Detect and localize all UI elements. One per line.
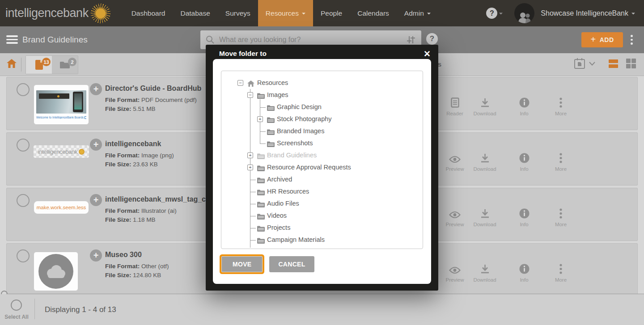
tree-node-campaign-materials[interactable]: Campaign Materials — [221, 234, 423, 246]
row-actions: PreviewDownloadInfoMore — [436, 208, 588, 235]
topnav-item-resources[interactable]: Resources — [258, 0, 313, 26]
topnav-item-people[interactable]: People — [313, 0, 350, 26]
expand-toggle-icon[interactable]: + — [247, 165, 253, 170]
file-size: File Size: 23.63 KB — [105, 160, 174, 169]
action-label: Info — [505, 111, 543, 116]
page-help-icon[interactable]: ? — [426, 33, 438, 45]
calendar-filter-button[interactable] — [574, 58, 585, 69]
tree-node-label: Branded Images — [277, 127, 324, 135]
topnav-item-surveys[interactable]: Surveys — [218, 0, 258, 26]
folder-tree: −Resources−ImagesGraphic Design+Stock Ph… — [221, 71, 423, 249]
tree-node-branded-images[interactable]: Branded Images — [221, 126, 423, 138]
tree-node-videos[interactable]: Videos — [221, 210, 423, 222]
tree-node-resource-approval-requests[interactable]: +Resource Approval Requests — [221, 162, 423, 174]
info-icon — [505, 263, 543, 274]
file-details: intelligencebank_mwsl_tag_cmykFile Forma… — [105, 195, 220, 224]
tree-node-stock-photography[interactable]: +Stock Photography — [221, 114, 423, 126]
more-action-button[interactable]: More — [542, 263, 580, 283]
download-action-button[interactable]: Download — [466, 208, 504, 227]
tree-node-archived[interactable]: Archived — [221, 174, 423, 186]
move-button[interactable]: MOVE — [221, 256, 263, 272]
download-action-button[interactable]: Download — [466, 152, 504, 172]
thumbnail-text: intelligencebank — [38, 148, 77, 155]
expand-toggle-icon[interactable]: + — [247, 152, 253, 158]
cancel-button[interactable]: CANCEL — [269, 256, 314, 272]
account-caret-icon[interactable] — [631, 13, 635, 16]
tree-node-label: Videos — [267, 212, 287, 219]
action-label: More — [542, 277, 580, 283]
tree-node-label: Archived — [267, 176, 292, 183]
row-checkbox[interactable] — [17, 83, 30, 96]
topnav-item-database[interactable]: Database — [173, 0, 217, 26]
tree-node-label: Graphic Design — [277, 103, 322, 110]
row-checkbox[interactable] — [17, 194, 30, 207]
logo[interactable]: intelligencebank — [5, 4, 110, 23]
tree-node-graphic-design[interactable]: Graphic Design — [221, 101, 423, 114]
file-title[interactable]: Museo 300 — [105, 251, 169, 259]
action-label: Info — [505, 222, 543, 227]
help-caret-icon[interactable] — [499, 13, 503, 16]
expand-plus-icon[interactable]: + — [90, 139, 102, 151]
grid-view-icon[interactable] — [626, 59, 636, 68]
topnav-menu: DashboardDatabaseSurveysResourcesPeopleC… — [124, 0, 438, 26]
more-action-button[interactable]: More — [542, 97, 580, 116]
more-options-icon[interactable] — [631, 35, 633, 46]
download-icon — [466, 208, 504, 219]
file-format: File Format: Illustrator (ai) — [105, 207, 220, 215]
select-all-checkbox[interactable] — [11, 300, 22, 311]
file-title[interactable]: Director's Guide - BoardHub — [105, 84, 201, 93]
expand-plus-icon[interactable]: + — [90, 194, 102, 206]
avatar[interactable] — [514, 3, 534, 23]
download-action-button[interactable]: Download — [466, 97, 504, 116]
files-view-toggle[interactable]: 13 — [26, 56, 52, 74]
expand-toggle-icon[interactable]: + — [257, 116, 263, 122]
info-action-button[interactable]: Info — [505, 152, 543, 172]
info-action-button[interactable]: Info — [505, 208, 543, 227]
topnav-item-dashboard[interactable]: Dashboard — [124, 0, 173, 26]
info-action-button[interactable]: Info — [505, 263, 543, 283]
tree-line — [260, 144, 266, 144]
tree-node-screenshots[interactable]: Screenshots — [221, 138, 423, 150]
more-action-button[interactable]: More — [542, 152, 580, 172]
topnav-item-label: Calendars — [357, 9, 389, 17]
row-checkbox[interactable] — [17, 139, 30, 152]
help-icon[interactable]: ? — [486, 8, 497, 19]
file-size: File Size: 124.80 KB — [105, 271, 169, 280]
add-button[interactable]: + ADD — [581, 32, 623, 47]
folders-view-toggle[interactable]: 2 — [52, 56, 78, 74]
more-action-button[interactable]: More — [542, 208, 580, 227]
logo-text: intelligencebank — [5, 6, 89, 20]
topnav-item-admin[interactable]: Admin — [397, 0, 438, 26]
home-icon[interactable] — [7, 59, 17, 68]
folder-icon — [257, 165, 265, 173]
files-count-badge: 13 — [42, 58, 51, 66]
tree-node-projects[interactable]: Projects — [221, 222, 423, 234]
collapse-toggle-icon[interactable]: − — [247, 92, 253, 98]
app-window: intelligencebank DashboardDatabaseSurvey… — [0, 0, 644, 325]
tree-node-hr-resources[interactable]: HR Resources — [221, 186, 423, 198]
file-details: intelligencebankFile Format: Image (png)… — [105, 140, 174, 169]
list-view-icon[interactable] — [609, 59, 618, 68]
tree-node-resources[interactable]: −Resources — [221, 77, 423, 89]
row-checkbox[interactable] — [17, 249, 30, 262]
file-title[interactable]: intelligencebank — [105, 140, 174, 148]
file-title[interactable]: intelligencebank_mwsl_tag_cmyk — [105, 195, 220, 203]
tree-node-images[interactable]: −Images — [221, 89, 423, 101]
account-menu[interactable]: Showcase IntelligenceBank — [541, 9, 628, 17]
calendar-chevron-icon[interactable] — [589, 62, 595, 66]
hamburger-menu-icon[interactable] — [6, 35, 18, 46]
expand-plus-icon[interactable]: + — [90, 249, 102, 262]
sunburst-icon — [79, 149, 85, 155]
add-button-label: ADD — [600, 36, 614, 43]
info-action-button[interactable]: Info — [505, 97, 543, 116]
search-input[interactable] — [219, 36, 405, 44]
thumbnail: Welcome to IntelligenceBank Boards — [34, 84, 89, 125]
collapse-toggle-icon[interactable]: − — [237, 80, 243, 86]
filter-sliders-icon[interactable] — [405, 35, 416, 44]
tree-node-audio-files[interactable]: Audio Files — [221, 198, 423, 210]
expand-plus-icon[interactable]: + — [90, 83, 102, 95]
download-action-button[interactable]: Download — [466, 263, 504, 283]
home-icon — [247, 80, 254, 89]
file-format: File Format: Other (otf) — [105, 262, 169, 271]
topnav-item-calendars[interactable]: Calendars — [350, 0, 397, 26]
